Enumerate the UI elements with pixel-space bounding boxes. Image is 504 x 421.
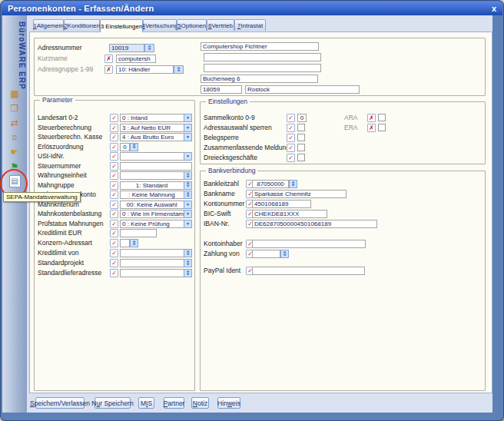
kontoinhaber-field[interactable] xyxy=(252,240,366,248)
konzern-adressart-field[interactable] xyxy=(120,239,130,247)
bankleitzahl-field[interactable]: 87050000 xyxy=(252,180,289,188)
kreditlimit-eur-confirm-button[interactable]: ✓ xyxy=(110,229,118,237)
flag-icon[interactable]: ⚑ xyxy=(8,161,21,173)
kreditlimit-eur-field[interactable] xyxy=(120,229,157,237)
tab-5-optionen[interactable]: 5 Optionen xyxy=(177,19,207,31)
speichern-verlassen-button[interactable]: Speichern/Verlassen xyxy=(35,397,85,409)
name1-field[interactable]: Computershop Fichtner xyxy=(201,42,319,51)
tab-2-konditionen[interactable]: 2 Konditionen xyxy=(64,19,100,31)
sepa-mandate-icon[interactable]: ▤ xyxy=(9,175,21,187)
kreditlimit-von-confirm-button[interactable]: ✓ xyxy=(110,249,118,257)
adressgruppe-field[interactable]: 10: Händler xyxy=(116,65,174,74)
steuerberechnung-confirm-button[interactable]: ✓ xyxy=(110,124,118,132)
waehrungseinheit-field[interactable] xyxy=(120,171,192,180)
iban-field[interactable]: DE62870500004501068189 xyxy=(252,220,377,228)
konzern-adressart-spinner-button[interactable]: ⇕ xyxy=(130,239,138,247)
tab-6-vertrieb[interactable]: 6 Vertrieb xyxy=(207,19,234,31)
landesart-dropdown-button[interactable]: ▼ xyxy=(184,114,192,122)
dreiecksgeschaefte-confirm-button[interactable]: ✓ xyxy=(287,154,295,162)
bankleitzahl-spinner-button[interactable]: ⇕ xyxy=(289,180,297,188)
dreiecksgeschaefte-checkbox[interactable] xyxy=(297,154,305,161)
name2-field[interactable] xyxy=(204,53,321,61)
adressnummer-field[interactable]: 10019 xyxy=(109,44,144,52)
era-clear-button[interactable]: ✗ xyxy=(367,124,376,132)
erloeszuordnung-field[interactable]: 0 xyxy=(120,143,130,151)
konzern-adressart-confirm-button[interactable]: ✓ xyxy=(110,239,118,247)
partner-button[interactable]: Partner xyxy=(164,397,184,409)
belegsperre-checkbox[interactable] xyxy=(297,134,305,141)
standardlieferadresse-spinner-button[interactable]: ⇕ xyxy=(184,269,192,277)
pruefstatus-mahnungen-dropdown[interactable]: 0 : Keine Prüfung xyxy=(120,220,192,228)
adressauswahl-sperren-confirm-button[interactable]: ✓ xyxy=(287,124,295,132)
era-checkbox[interactable] xyxy=(378,124,386,131)
nur-speichern-button[interactable]: Nur Speichern xyxy=(94,397,131,409)
mahnkriterium-dropdown-button[interactable]: ▼ xyxy=(184,201,192,209)
adressgruppe-clear-button[interactable]: ✗ xyxy=(104,65,113,74)
coins-icon[interactable]: ¤ xyxy=(8,131,21,144)
tab-3-einstellungen[interactable]: 3 Einstellungen xyxy=(100,19,143,32)
adressauswahl-sperren-checkbox[interactable] xyxy=(297,124,305,131)
zusammenfassende-meldung-checkbox[interactable] xyxy=(297,144,305,151)
window-icon[interactable]: ❒ xyxy=(8,102,21,114)
tab-4-verbuchung[interactable]: 4 Verbuchung xyxy=(143,19,177,31)
steuerberechnung-dropdown-button[interactable]: ▼ xyxy=(184,124,192,132)
ust-idnr-dropdown[interactable] xyxy=(120,152,192,161)
hinweis-button[interactable]: Hinweis xyxy=(217,397,240,409)
paypal-ident-field[interactable] xyxy=(252,267,365,275)
erloeszuordnung-spinner-button[interactable]: ⇕ xyxy=(130,143,138,151)
mahnkostenbelastung-dropdown-button[interactable]: ▼ xyxy=(184,210,192,218)
notiz-button[interactable]: Notiz xyxy=(191,397,209,409)
ust-idnr-confirm-button[interactable]: ✓ xyxy=(110,152,118,161)
kurzname-field[interactable]: computersh xyxy=(116,55,156,63)
zusammenfassende-meldung-confirm-button[interactable]: ✓ xyxy=(287,144,295,152)
pruefstatus-mahnungen-confirm-button[interactable]: ✓ xyxy=(110,220,118,228)
mahnkriterium-dropdown[interactable]: 00: Keine Auswahl xyxy=(120,201,192,209)
mahngruppe-confirm-button[interactable]: ✓ xyxy=(110,181,118,190)
belegsperre-confirm-button[interactable]: ✓ xyxy=(287,134,295,142)
mahnkostenbelastung-dropdown[interactable]: 0 : Wie im Firmenstamm eing xyxy=(120,210,192,218)
mahnkriterium-confirm-button[interactable]: ✓ xyxy=(110,201,118,209)
steuerberechnung-dropdown[interactable]: 3 : Auf Netto EUR xyxy=(120,124,192,132)
mahngruppe-spinner-button[interactable]: ⇕ xyxy=(184,181,192,190)
zahlung-von-field[interactable] xyxy=(252,250,280,258)
calculator-icon[interactable]: ▦ xyxy=(8,88,21,100)
kreditlimit-von-spinner-button[interactable]: ⇕ xyxy=(184,249,192,257)
sammelkonto-field[interactable]: 0 xyxy=(297,114,307,122)
kreditlimit-von-field[interactable] xyxy=(120,249,192,257)
ara-clear-button[interactable]: ✗ xyxy=(367,114,376,122)
steuernummer-field[interactable] xyxy=(120,162,192,171)
ust-idnr-dropdown-button[interactable]: ▼ xyxy=(184,152,192,161)
mahngruppe-akonto-confirm-button[interactable]: ✓ xyxy=(110,191,118,199)
waehrungseinheit-spinner-button[interactable]: ⇕ xyxy=(184,171,192,180)
sammelkonto-confirm-button[interactable]: ✓ xyxy=(287,114,295,122)
city-field[interactable]: Rostock xyxy=(245,85,360,94)
standardprojekt-spinner-button[interactable]: ⇕ xyxy=(184,259,192,267)
kurzname-clear-button[interactable]: ✗ xyxy=(104,55,113,63)
waehrungseinheit-confirm-button[interactable]: ✓ xyxy=(110,171,118,180)
close-button[interactable]: x xyxy=(492,5,496,12)
mahngruppe-akonto-spinner-button[interactable]: ⇕ xyxy=(184,191,192,199)
adressgruppe-spinner-button[interactable]: ⇕ xyxy=(174,65,184,74)
kontonummer-field[interactable]: 4501068189 xyxy=(252,200,311,208)
bankname-field[interactable]: Sparkasse Chemnitz xyxy=(252,190,346,198)
tab-1-allgemein[interactable]: 1 Allgemein xyxy=(33,19,64,31)
mahnkostenbelastung-confirm-button[interactable]: ✓ xyxy=(110,210,118,218)
erloeszuordnung-confirm-button[interactable]: ✓ xyxy=(110,143,118,151)
steuerberechn-kasse-confirm-button[interactable]: ✓ xyxy=(110,133,118,141)
adressnummer-spinner-button[interactable]: ⇕ xyxy=(144,44,154,52)
name3-field[interactable] xyxy=(204,64,321,72)
tab-7-intrastat[interactable]: 7 Intrastat xyxy=(234,19,266,31)
mahngruppe-akonto-field[interactable]: : Keine Mahnung xyxy=(120,191,192,199)
steuernummer-confirm-button[interactable]: ✓ xyxy=(110,162,118,171)
steuerberechn-kasse-dropdown[interactable]: 4 : Aus Brutto Euro xyxy=(120,133,192,141)
bic-swift-field[interactable]: CHEKDE81XXX xyxy=(252,210,327,218)
pruefstatus-mahnungen-dropdown-button[interactable]: ▼ xyxy=(184,220,192,228)
standardprojekt-confirm-button[interactable]: ✓ xyxy=(110,259,118,267)
landesart-confirm-button[interactable]: ✓ xyxy=(110,114,118,122)
ara-checkbox[interactable] xyxy=(378,114,386,121)
standardprojekt-field[interactable] xyxy=(120,259,192,267)
zip-field[interactable]: 18059 xyxy=(201,85,242,94)
mis-button[interactable]: MIS xyxy=(138,397,154,409)
standardlieferadresse-field[interactable] xyxy=(120,269,192,277)
steuerberechn-kasse-dropdown-button[interactable]: ▼ xyxy=(184,133,192,141)
